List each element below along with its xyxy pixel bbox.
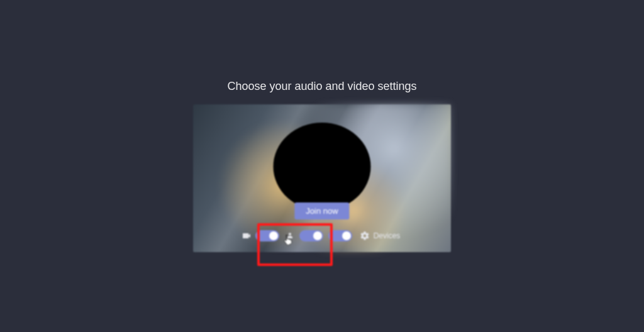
join-button[interactable]: Join now [294, 202, 349, 219]
video-preview: Join now Devices [193, 104, 451, 252]
page-title: Choose your audio and video settings [227, 80, 416, 93]
gear-icon [360, 231, 370, 241]
mic-toggle[interactable] [328, 230, 352, 241]
devices-label: Devices [374, 231, 401, 240]
camera-toggle[interactable] [255, 230, 279, 241]
devices-button[interactable]: Devices [357, 230, 403, 242]
face-redaction [274, 123, 371, 211]
camera-control [242, 230, 279, 241]
mic-control [328, 230, 352, 241]
blur-toggle[interactable] [299, 230, 323, 241]
camera-icon [242, 231, 252, 241]
background-blur-control [284, 230, 323, 241]
svg-point-0 [289, 233, 291, 235]
blur-icon [284, 230, 296, 241]
prejoin-controls: Devices [193, 223, 451, 249]
